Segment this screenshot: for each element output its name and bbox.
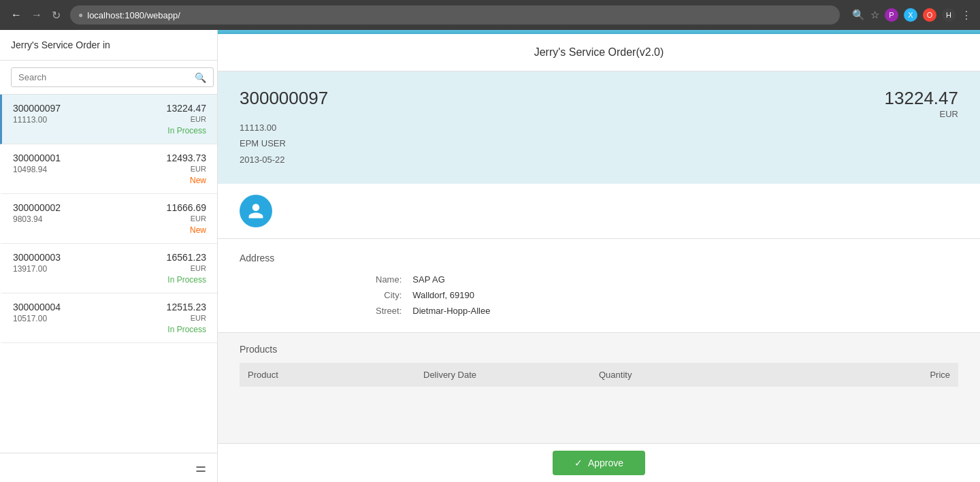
street-value: Dietmar-Hopp-Allee xyxy=(412,306,958,316)
order-header-section: 300000097 11113.00 EPM USER 2013-05-22 1… xyxy=(218,71,980,184)
detail-currency: EUR xyxy=(885,109,958,119)
profile-icon-3[interactable]: O xyxy=(923,8,936,22)
grid-view-button[interactable]: ⚌ xyxy=(195,460,206,475)
name-label: Name: xyxy=(376,274,402,285)
approve-label: Approve xyxy=(588,457,623,468)
col-price: Price xyxy=(774,370,950,380)
order-item[interactable]: 300000097 13224.47 11113.00 EUR In Proce… xyxy=(0,95,217,144)
profile-icon-4[interactable]: H xyxy=(942,8,956,22)
approve-checkmark: ✓ xyxy=(574,457,583,468)
order-item-amount: 12515.23 xyxy=(167,302,206,312)
detail-order-id: 300000097 xyxy=(240,88,328,109)
meta-line2: EPM USER xyxy=(240,135,328,151)
order-header-meta: 11113.00 EPM USER 2013-05-22 xyxy=(240,120,328,167)
products-title: Products xyxy=(240,344,958,355)
order-item[interactable]: 300000003 16561.23 13917.00 EUR In Proce… xyxy=(0,244,217,293)
order-item-spacer xyxy=(13,126,165,135)
app-container: Jerry's Service Order in 🔍 300000097 132… xyxy=(0,30,980,482)
browser-menu-button[interactable]: ⋮ xyxy=(961,9,972,22)
address-section: Address Name: SAP AG City: Walldorf, 691… xyxy=(218,239,980,333)
approve-button[interactable]: ✓ Approve xyxy=(553,451,645,475)
bookmark-button[interactable]: ☆ xyxy=(870,9,879,21)
detail-amount: 13224.47 xyxy=(885,88,958,109)
order-item-currency: EUR xyxy=(167,165,206,174)
order-item-status: In Process xyxy=(167,325,206,334)
profile-icon-1[interactable]: P xyxy=(885,8,898,22)
order-item-id: 300000097 xyxy=(13,103,165,114)
browser-chrome: ← → ↻ ● localhost:1080/webapp/ 🔍 ☆ P X O… xyxy=(0,0,980,30)
approve-bar: ✓ Approve xyxy=(218,443,980,482)
order-item-currency: EUR xyxy=(167,115,206,125)
order-item-amount: 13224.47 xyxy=(167,103,206,114)
name-value: SAP AG xyxy=(412,274,958,285)
order-list: 300000097 13224.47 11113.00 EUR In Proce… xyxy=(0,95,217,453)
profile-icon-2[interactable]: X xyxy=(904,8,917,22)
order-item-currency: EUR xyxy=(167,214,206,224)
main-content: Jerry's Service Order(v2.0) 300000097 11… xyxy=(218,30,980,482)
order-item-currency: EUR xyxy=(167,264,206,274)
search-button[interactable]: 🔍 xyxy=(195,72,206,83)
order-header-left: 300000097 11113.00 EPM USER 2013-05-22 xyxy=(240,88,328,167)
order-item-sub: 11113.00 xyxy=(13,115,165,125)
order-item-spacer xyxy=(13,176,165,185)
order-item-id: 300000001 xyxy=(13,152,165,163)
contact-avatar[interactable] xyxy=(240,195,272,227)
browser-actions: 🔍 ☆ P X O H ⋮ xyxy=(852,8,972,22)
products-table-header: Product Delivery Date Quantity Price xyxy=(240,363,958,387)
order-item[interactable]: 300000002 11666.69 9803.94 EUR New xyxy=(0,194,217,244)
order-item-id: 300000004 xyxy=(13,302,165,312)
order-item-spacer xyxy=(13,225,165,235)
order-item-status: New xyxy=(167,225,206,235)
order-item-id: 300000002 xyxy=(13,202,165,213)
search-input[interactable] xyxy=(11,67,214,87)
person-icon xyxy=(247,202,265,220)
forward-button[interactable]: → xyxy=(29,6,45,24)
order-item[interactable]: 300000004 12515.23 10517.00 EUR In Proce… xyxy=(0,293,217,343)
order-item-sub: 13917.00 xyxy=(13,264,165,274)
nav-buttons: ← → ↻ xyxy=(8,6,63,25)
order-item-id: 300000003 xyxy=(13,252,165,263)
city-value: Walldorf, 69190 xyxy=(412,290,958,300)
order-item-spacer xyxy=(13,325,165,334)
back-button[interactable]: ← xyxy=(8,6,24,24)
main-title: Jerry's Service Order(v2.0) xyxy=(218,34,980,71)
detail-area: 300000097 11113.00 EPM USER 2013-05-22 1… xyxy=(218,71,980,443)
contact-section xyxy=(218,184,980,239)
order-item-spacer xyxy=(13,275,165,285)
products-section: Products Product Delivery Date Quantity … xyxy=(218,333,980,387)
col-quantity: Quantity xyxy=(599,370,774,380)
sidebar-footer: ⚌ xyxy=(0,453,217,482)
order-item-amount: 16561.23 xyxy=(167,252,206,263)
address-title: Address xyxy=(240,253,958,263)
url-text: localhost:1080/webapp/ xyxy=(87,10,180,20)
city-label: City: xyxy=(376,290,402,300)
street-label: Street: xyxy=(376,306,402,316)
col-product: Product xyxy=(248,370,423,380)
meta-line1: 11113.00 xyxy=(240,120,328,135)
col-delivery-date: Delivery Date xyxy=(423,370,599,380)
order-item-currency: EUR xyxy=(167,314,206,323)
order-item[interactable]: 300000001 12493.73 10498.94 EUR New xyxy=(0,144,217,194)
order-item-status: New xyxy=(167,176,206,185)
browser-search-button[interactable]: 🔍 xyxy=(852,9,865,21)
sidebar-title: Jerry's Service Order in xyxy=(0,30,217,61)
meta-line3: 2013-05-22 xyxy=(240,152,328,167)
address-grid: Name: SAP AG City: Walldorf, 69190 Stree… xyxy=(240,274,958,316)
order-item-status: In Process xyxy=(167,275,206,285)
refresh-button[interactable]: ↻ xyxy=(49,6,63,25)
search-bar: 🔍 xyxy=(0,61,217,95)
order-item-sub: 10517.00 xyxy=(13,314,165,323)
lock-icon: ● xyxy=(78,10,83,20)
address-bar[interactable]: ● localhost:1080/webapp/ xyxy=(70,5,840,25)
order-item-status: In Process xyxy=(167,126,206,135)
sidebar: Jerry's Service Order in 🔍 300000097 132… xyxy=(0,30,218,482)
order-item-amount: 11666.69 xyxy=(167,202,206,213)
order-header-right: 13224.47 EUR xyxy=(885,88,958,119)
order-item-amount: 12493.73 xyxy=(167,152,206,163)
order-item-sub: 9803.94 xyxy=(13,214,165,224)
order-item-sub: 10498.94 xyxy=(13,165,165,174)
